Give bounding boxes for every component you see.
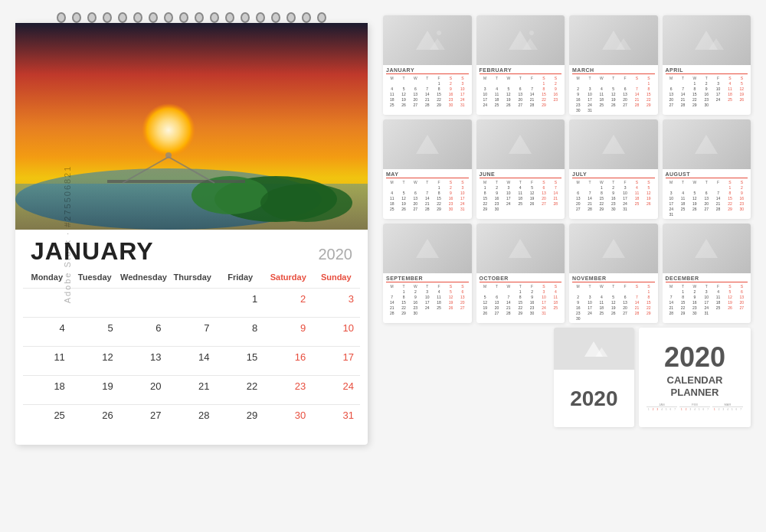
svg-point-6 [260, 184, 352, 222]
spiral-ring [103, 12, 112, 23]
mini-month-nov: NOVEMBER [572, 276, 655, 282]
day-saturday: Saturday [264, 269, 313, 285]
spiral-ring [210, 12, 219, 23]
mini-month-jan: JANUARY [386, 67, 469, 74]
mini-month-jun: JUNE [480, 171, 562, 178]
cal-cell [119, 288, 168, 317]
cal-cell-16: 16 [264, 346, 312, 375]
mini-month-oct: OCTOBER [480, 276, 562, 282]
mini-cal-content-mar: MARCH MTWTFSS 1 2345678 9101112131415 16… [569, 65, 658, 115]
spiral-ring [57, 12, 66, 23]
cal-cell-29: 29 [215, 404, 264, 433]
cover-mini-months: JAN 1 2 3 4 5 6 7 FEB [647, 403, 743, 411]
mountain-icon-sep [408, 235, 447, 262]
cover-mountain-icon [578, 338, 609, 361]
cal-cell-31: 31 [312, 404, 360, 433]
cal-cell-5: 5 [71, 317, 119, 346]
cal-cell-8: 8 [215, 317, 264, 346]
day-friday: Friday [216, 269, 264, 285]
month-title: JANUARY [31, 237, 154, 266]
cal-cell-15: 15 [215, 346, 264, 375]
mini-cal-content-jan: JANUARY MTWTFSS 123 45678910 11121314151… [383, 65, 472, 109]
mini-photo-apr [663, 15, 751, 65]
mini-row-3: SEPTEMBER MTWTFSS 123456 78910111213 141… [383, 224, 751, 323]
mini-dates-jan: 123 45678910 11121314151617 181920212223… [386, 80, 469, 107]
day-thursday: Thursday [169, 269, 217, 285]
mountain-icon-jun [501, 131, 539, 158]
cal-cell-12: 12 [71, 346, 119, 375]
mini-photo-jul [569, 119, 658, 169]
cover-year: 2020 [664, 344, 725, 371]
cal-cell-18: 18 [23, 375, 71, 404]
mini-calendar-jun: JUNE MTWTFSS 1234567 891011121314 151617… [476, 119, 565, 219]
mini-month-dec: DECEMBER [666, 276, 748, 282]
cal-cell-25: 25 [23, 404, 71, 433]
mini-calendar-jan: JANUARY MTWTFSS 123 45678910 11121314151… [383, 15, 472, 115]
year-label: 2020 [319, 246, 353, 263]
spiral-ring [149, 12, 158, 23]
mini-row-4: 2020 2020 CALENDARPLANNER JAN 1 2 3 4 [383, 328, 751, 427]
mini-month-feb: FEBRUARY [480, 67, 562, 74]
spiral-ring [302, 12, 311, 23]
cal-cell-9: 9 [264, 317, 312, 346]
spiral-ring [317, 12, 326, 23]
mini-month-jul: JULY [572, 171, 655, 178]
cover-mini-content: 2020 [565, 370, 622, 427]
cal-cell-23: 23 [264, 375, 312, 404]
cal-cell-1: 1 [215, 288, 264, 317]
mini-row-1: JANUARY MTWTFSS 123 45678910 11121314151… [383, 15, 751, 115]
mini-calendar-sep: SEPTEMBER MTWTFSS 123456 78910111213 141… [383, 224, 472, 323]
svg-point-1 [142, 103, 195, 157]
svg-point-13 [437, 31, 441, 35]
cover-page: 2020 CALENDARPLANNER JAN 1 2 3 4 5 6 7 [639, 328, 751, 427]
cal-cell-19: 19 [71, 375, 119, 404]
spiral-ring [133, 12, 142, 23]
spiral-ring [164, 12, 173, 23]
mountain-icon-aug [687, 131, 725, 158]
cal-cell-10: 10 [312, 317, 360, 346]
calendar-body: 1 2 3 4 5 6 7 8 9 10 11 12 13 14 15 16 1… [23, 288, 360, 433]
mini-calendar-nov: NOVEMBER MTWTFSS 1 2345678 9101112131415… [569, 224, 658, 323]
mini-calendar-feb: FEBRUARY MTWTFSS 12 3456789 101112131415… [476, 15, 565, 115]
cal-cell-30: 30 [264, 404, 312, 433]
mini-calendar-apr: APRIL MTWTFSS 12345 6789101112 131415161… [663, 15, 751, 115]
mini-calendar-may: MAY MTWTFSS 123 45678910 11121314151617 … [383, 119, 472, 219]
spiral-ring [195, 12, 204, 23]
spiral-ring [72, 12, 81, 23]
mountain-icon-mar [594, 27, 633, 54]
spiral-ring [271, 12, 280, 23]
spiral-ring [118, 12, 127, 23]
cal-cell-14: 14 [168, 346, 216, 375]
svg-point-16 [529, 31, 534, 35]
svg-marker-26 [509, 239, 532, 258]
watermark: Adobe Stock · #275506821 [63, 165, 72, 303]
spiral-ring [225, 12, 234, 23]
mountain-icon-nov [594, 235, 633, 262]
mini-row-2: MAY MTWTFSS 123 45678910 11121314151617 … [383, 119, 751, 219]
mini-calendar-aug: AUGUST MTWTFSS 12 3456789 10111213141516… [663, 119, 751, 219]
cover-mini: 2020 [554, 328, 634, 427]
cal-cell-11: 11 [23, 346, 71, 375]
svg-marker-24 [695, 135, 718, 154]
cal-cell-13: 13 [119, 346, 168, 375]
cover-year-large: 2020 [570, 388, 617, 410]
cal-cell-20: 20 [119, 375, 168, 404]
mini-photo-nov [569, 224, 658, 273]
mini-photo-jan [383, 15, 472, 65]
mini-month-sep: SEPTEMBER [386, 276, 469, 282]
day-sunday: Sunday [312, 269, 360, 285]
mini-calendar-dec: DECEMBER MTWTFSS 123456 78910111213 1415… [663, 224, 751, 323]
svg-marker-21 [416, 135, 439, 154]
cover-mini-photo [554, 328, 634, 370]
cal-cell-24: 24 [312, 375, 360, 404]
right-panel: JANUARY MTWTFSS 123 45678910 11121314151… [383, 15, 751, 427]
day-wednesday: Wednesday [119, 269, 169, 285]
svg-marker-22 [509, 135, 532, 154]
spiral-ring [241, 12, 250, 23]
mini-photo-dec [663, 224, 751, 273]
svg-marker-28 [695, 239, 718, 258]
spiral-ring [256, 12, 265, 23]
page-container: JANUARY 2020 Monday Tuesday Wednesday Th… [0, 0, 766, 532]
mini-photo-aug [663, 119, 751, 169]
spiral-ring [87, 12, 97, 23]
